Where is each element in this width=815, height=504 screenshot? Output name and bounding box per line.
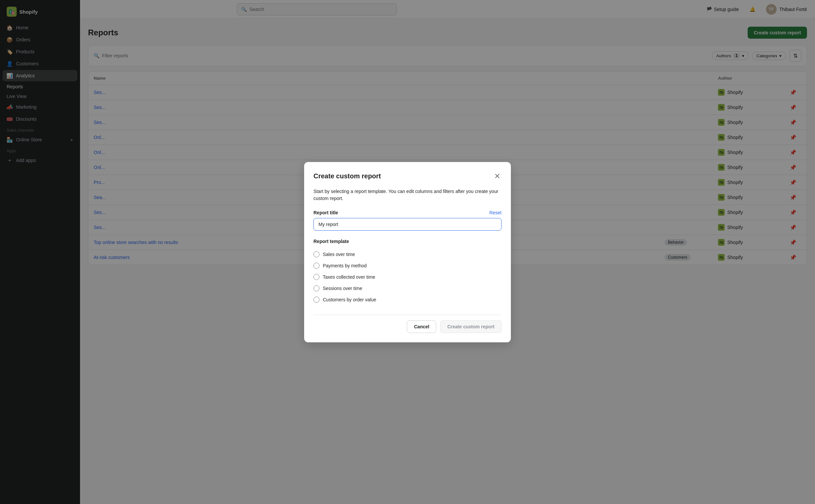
template-option-sales-over-time[interactable]: Sales over time — [313, 249, 502, 260]
template-section-label: Report template — [313, 239, 502, 244]
template-option-payments-by-method[interactable]: Payments by method — [313, 260, 502, 271]
create-custom-report-modal: Create custom report ✕ Start by selectin… — [304, 162, 511, 342]
template-label: Sessions over time — [323, 286, 362, 291]
template-radio-customers-by-order-value[interactable] — [313, 297, 319, 303]
template-label: Payments by method — [323, 263, 367, 268]
template-option-sessions-over-time[interactable]: Sessions over time — [313, 283, 502, 294]
modal-description: Start by selecting a report template. Yo… — [313, 188, 502, 202]
template-label: Taxes collected over time — [323, 274, 375, 280]
report-title-label: Report title — [313, 210, 338, 215]
template-option-customers-by-order-value[interactable]: Customers by order value — [313, 294, 502, 305]
modal-field-label-row: Report title Reset — [313, 210, 502, 215]
template-radio-payments-by-method[interactable] — [313, 263, 319, 269]
modal-footer: Cancel Create custom report — [313, 315, 502, 333]
reset-link[interactable]: Reset — [489, 210, 502, 215]
template-radio-sales-over-time[interactable] — [313, 251, 319, 257]
template-option-taxes-collected[interactable]: Taxes collected over time — [313, 271, 502, 283]
modal-close-button[interactable]: ✕ — [493, 171, 502, 181]
modal-overlay[interactable]: Create custom report ✕ Start by selectin… — [0, 0, 815, 504]
create-report-button[interactable]: Create custom report — [440, 320, 502, 333]
cancel-button[interactable]: Cancel — [407, 320, 436, 333]
modal-header: Create custom report ✕ — [313, 171, 502, 181]
template-radio-taxes-collected[interactable] — [313, 274, 319, 280]
report-title-input[interactable] — [313, 218, 502, 231]
modal-title: Create custom report — [313, 172, 381, 180]
template-label: Sales over time — [323, 252, 355, 257]
template-label: Customers by order value — [323, 297, 376, 302]
template-radio-sessions-over-time[interactable] — [313, 285, 319, 291]
